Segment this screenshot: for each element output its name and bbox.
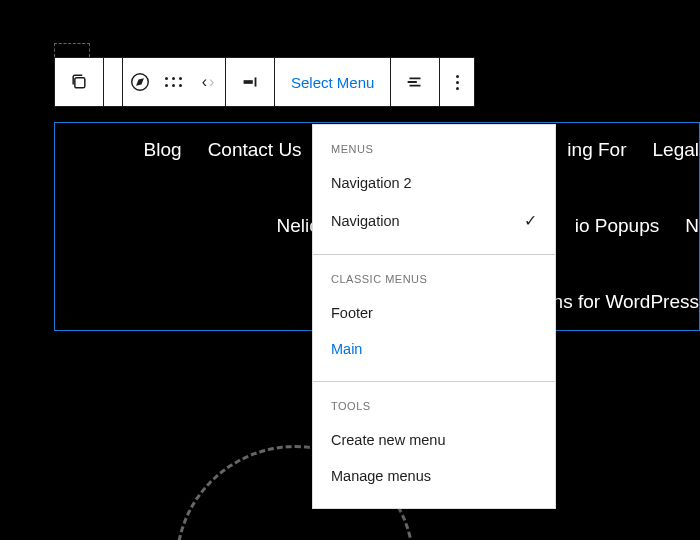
nav-link[interactable]: N [685, 215, 699, 237]
dropdown-section-title: CLASSIC MENUS [313, 269, 555, 295]
menu-option-label: Footer [331, 305, 373, 321]
copy-icon [69, 72, 89, 92]
more-options-button[interactable] [440, 58, 474, 106]
menu-option-main[interactable]: Main [313, 331, 555, 367]
justify-button[interactable] [391, 58, 439, 106]
block-toolbar: ‹ › Select Menu [54, 57, 475, 107]
tool-manage-menus[interactable]: Manage menus [313, 458, 555, 494]
select-menu-button[interactable]: Select Menu [275, 58, 390, 106]
chevron-right-icon: › [209, 73, 214, 91]
kebab-icon [456, 75, 459, 90]
dropdown-section-classic: CLASSIC MENUS Footer Main [313, 255, 555, 382]
dropdown-section-tools: TOOLS Create new menu Manage menus [313, 382, 555, 508]
svg-rect-0 [75, 78, 85, 88]
menu-option-label: Navigation 2 [331, 175, 412, 191]
compass-button[interactable] [123, 58, 157, 106]
move-left-right[interactable]: ‹ › [191, 58, 225, 106]
chevron-left-icon: ‹ [202, 73, 207, 91]
drag-handle[interactable] [54, 43, 90, 57]
menu-option-footer[interactable]: Footer [313, 295, 555, 331]
menu-option-label: Manage menus [331, 468, 431, 484]
menu-option-label: Navigation [331, 213, 400, 229]
tool-create-menu[interactable]: Create new menu [313, 422, 555, 458]
menu-option-navigation[interactable]: Navigation ✓ [313, 201, 555, 240]
nav-link[interactable]: Contact Us [208, 139, 302, 161]
nav-link[interactable]: io Popups [575, 215, 660, 237]
move-button[interactable] [157, 58, 191, 106]
nav-link[interactable]: ns for WordPress [553, 291, 699, 313]
compass-icon [129, 71, 151, 93]
nav-link[interactable]: Legal [653, 139, 700, 161]
menu-option-label: Create new menu [331, 432, 445, 448]
select-menu-dropdown: MENUS Navigation 2 Navigation ✓ CLASSIC … [312, 124, 556, 509]
dropdown-section-title: TOOLS [313, 396, 555, 422]
svg-rect-2 [244, 80, 253, 84]
justify-icon [404, 71, 426, 93]
nav-link[interactable]: Blog [144, 139, 182, 161]
nav-link[interactable]: ing For [567, 139, 626, 161]
drag-dots-icon [165, 77, 183, 88]
block-icon-button[interactable] [55, 58, 103, 106]
menu-option-label: Main [331, 341, 362, 357]
align-right-icon [239, 71, 261, 93]
svg-rect-3 [255, 77, 257, 86]
align-button[interactable] [226, 58, 274, 106]
check-icon: ✓ [524, 211, 537, 230]
menu-option-navigation-2[interactable]: Navigation 2 [313, 165, 555, 201]
dropdown-section-title: MENUS [313, 139, 555, 165]
dropdown-section-menus: MENUS Navigation 2 Navigation ✓ [313, 125, 555, 255]
